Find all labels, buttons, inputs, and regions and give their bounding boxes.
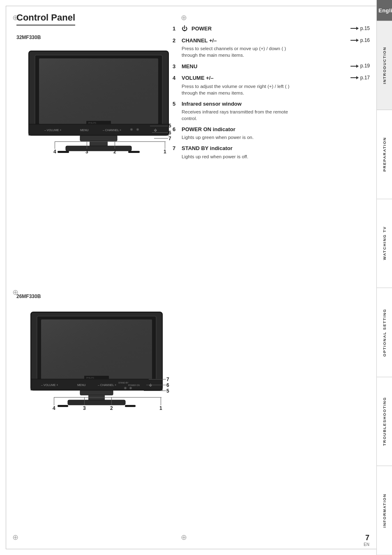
sidebar-item-information[interactable]: INFORMATION [377,466,392,555]
sidebar-language: English [377,0,392,21]
feature-num-2: 2 [173,37,178,44]
callout2-bottom-hline [54,397,161,398]
main-content: Control Panel 32MF330B [0,0,376,555]
right-sidebar: English INTRODUCTION PREPARATION WATCHIN… [376,0,392,555]
svg-text:STAND BY: STAND BY [118,382,129,384]
callout-6-label: 6 [168,130,171,136]
feature-item-5: 5 Infrared sensor window Receives infrar… [173,100,370,122]
callout-2-vline [115,141,115,149]
callout2-4-vline [54,397,54,405]
svg-rect-17 [128,151,140,153]
sidebar-item-introduction[interactable]: INTRODUCTION [377,21,392,110]
callout2-4-label: 4 [53,405,55,411]
tv-svg-1: – VOLUME + MENU – CHANNEL + ⏻ PHILIPS [16,43,181,154]
svg-text:⏻: ⏻ [154,129,157,132]
features-panel: 1 ⏻ POWER p.15 2 CHANNEL +/– p.16 Press … [173,25,370,164]
callout-1-vline [165,141,165,149]
feature-name-4: VOLUME +/– [182,74,214,82]
svg-rect-21 [41,319,152,380]
feature-num-4: 4 [173,74,178,82]
callout-2-label: 2 [113,149,116,155]
feature-ref-4: p.17 [350,74,370,81]
svg-rect-4 [80,135,117,141]
callout-7-label: 7 [168,136,171,141]
feature-num-5: 5 [173,100,178,108]
feature-name-3: MENU [182,63,197,70]
tv-svg-2: – VOLUME + MENU – CHANNEL + ⏻ STAND BY P… [16,302,181,413]
callout2-6-line [146,385,166,385]
feature-num-6: 6 [173,126,178,133]
feature-item-4: 4 VOLUME +/– p.17 Press to adjust the vo… [173,74,370,96]
feature-ref-1: p.15 [350,25,370,32]
svg-rect-37 [125,405,136,407]
feature-desc-4: Press to adjust the volume or move right… [182,83,370,96]
callout2-6-label: 6 [166,382,169,388]
feature-desc-6: Lights up green when power is on. [182,134,370,141]
callout2-1-label: 1 [159,405,162,411]
callout2-3-label: 3 [83,405,86,411]
callout-3-vline [87,141,87,149]
svg-text:POWER ON: POWER ON [128,384,140,386]
feature-desc-5: Receives infrared rays transmitted from … [182,109,370,122]
svg-text:MENU: MENU [80,129,89,132]
sidebar-item-optional-setting[interactable]: OPTIONAL SETTING [377,288,392,377]
page-number: 7 [364,534,369,542]
callout-4-vline [55,141,55,149]
callout-6-line [152,132,168,133]
feature-name-6: POWER ON indicator [182,126,235,133]
callout2-7-label: 7 [166,377,169,382]
svg-rect-6 [66,146,131,151]
callout2-1-vline [161,397,161,405]
feature-name-2: CHANNEL +/– [182,37,217,44]
callout2-5-label: 5 [166,388,169,394]
svg-rect-24 [68,400,125,405]
svg-rect-16 [58,151,69,153]
power-icon: ⏻ [182,25,187,33]
arrow-icon-3 [350,64,359,68]
sidebar-item-watching-tv[interactable]: WATCHING TV [377,199,392,288]
callout-3-label: 3 [85,149,88,155]
svg-text:MENU: MENU [77,384,86,386]
page-en: EN [364,542,369,547]
feature-desc-2: Press to select channels or move up (+) … [182,45,370,58]
svg-point-32 [124,387,127,389]
callout2-2-label: 2 [110,405,113,411]
feature-ref-3: p.19 [350,62,370,69]
feature-item-3: 3 MENU p.19 [173,62,370,70]
svg-text:– CHANNEL +: – CHANNEL + [98,384,116,386]
arrow-icon-2 [350,38,359,42]
svg-rect-23 [88,395,105,400]
callout2-7-line [149,379,166,379]
svg-rect-22 [80,390,113,395]
svg-point-33 [129,387,132,389]
feature-item-1: 1 ⏻ POWER p.15 [173,25,370,33]
model2-label: 26MF330B [16,294,364,299]
tv-diagram-2: – VOLUME + MENU – CHANNEL + ⏻ STAND BY P… [16,302,366,421]
page-title: Control Panel [16,12,75,25]
feature-ref-2: p.16 [350,37,370,44]
svg-rect-36 [58,405,68,407]
callout-bottom-hline [55,141,166,142]
svg-point-12 [130,128,133,131]
svg-point-13 [136,128,139,131]
sidebar-item-preparation[interactable]: PREPARATION [377,110,392,199]
page-number-area: 7 EN [364,534,369,547]
svg-rect-3 [39,58,158,124]
sidebar-item-troubleshooting[interactable]: TROUBLESHOOTING [377,377,392,466]
feature-name-1: POWER [191,25,212,32]
svg-text:– VOLUME +: – VOLUME + [44,129,61,132]
feature-name-5: Infrared sensor window [182,100,242,108]
feature-item-6: 6 POWER ON indicator Lights up green whe… [173,126,370,141]
feature-num-7: 7 [173,145,178,152]
arrow-icon-1 [350,26,359,30]
feature-num-3: 3 [173,63,178,70]
feature-num-1: 1 [173,25,178,32]
svg-text:PHILIPS: PHILIPS [86,377,95,379]
feature-item-2: 2 CHANNEL +/– p.16 Press to select chann… [173,37,370,59]
feature-name-7: STAND BY indicator [182,145,233,152]
callout-4-label: 4 [53,149,56,155]
callout-7-line [154,138,168,139]
callout2-3-vline [84,397,85,405]
callout2-5-line [144,391,166,391]
callout2-2-vline [111,397,112,405]
